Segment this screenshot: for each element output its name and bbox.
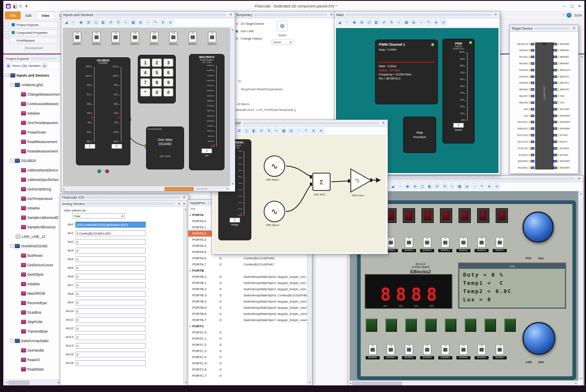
close-icon[interactable]: ✕	[577, 177, 581, 181]
chip-pin[interactable]: VSS	[510, 114, 534, 117]
pwm-slider-value[interactable]: 0	[453, 123, 464, 128]
scroll-right-icon[interactable]: ►	[574, 381, 578, 385]
chip-pin[interactable]: RC0/T1CKI	[510, 134, 534, 137]
tree-expand-icon[interactable]	[16, 291, 20, 295]
tree-item[interactable]: OneTimeMeasurem	[5, 118, 61, 127]
tree-item[interactable]: − SwitchArraySlider	[5, 336, 61, 345]
toolbar-icon[interactable]: ◧	[100, 19, 106, 26]
ds18b20-component[interactable]: DS18B20 DS18B20 131.0107.884.561.338.014…	[76, 57, 130, 165]
switch-lever[interactable]	[461, 348, 465, 352]
toolbar-icon[interactable]: ✎	[479, 183, 485, 190]
map-function-component[interactable]: Map Function	[403, 117, 436, 153]
green-push-button[interactable]	[385, 319, 397, 332]
chip-pin[interactable]: RA4/AN4	[510, 75, 534, 78]
chip-pin[interactable]: RD4/PSP4	[553, 127, 577, 130]
toggle-switch[interactable]: ON SPORTB.1	[384, 344, 398, 359]
chip-pin[interactable]: RC7/RX	[553, 134, 577, 137]
toggle-switch[interactable]: ON SPORTA.3	[420, 237, 434, 252]
chip-pin[interactable]: RD5/PSP5	[553, 121, 577, 124]
digital-pin-row[interactable]: ▾ PORTC	[188, 323, 312, 329]
tree-item[interactable]: GetSerialString	[5, 184, 61, 194]
toolbar-icon[interactable]: ⊖	[440, 19, 447, 26]
digital-pin-row[interactable]: PORTB.1 0 SwitchArraySliderSpin1; keypad…	[188, 280, 312, 286]
explorer-extra-icon[interactable]: ▤	[42, 63, 47, 68]
toolbar-icon[interactable]: ◢	[336, 19, 343, 26]
analog-value-input[interactable]: 0	[76, 326, 146, 331]
titlebar-icon[interactable]: ↻	[19, 4, 22, 9]
tree-item[interactable]: GetHandle	[5, 345, 61, 355]
chip-pin[interactable]: RA6/OSC2	[510, 127, 534, 130]
toggle-switch[interactable]: ON SPORTB.2	[402, 344, 416, 359]
toolbar-icon[interactable]: ◍	[288, 128, 294, 134]
macro-label[interactable]: Macro	[12, 64, 21, 68]
close-icon[interactable]: ✕	[182, 202, 187, 206]
green-push-button[interactable]	[366, 319, 377, 332]
digital-pin-row[interactable]: PORTB.3 0 SwitchArraySliderSpin3; Combo(…	[188, 292, 312, 298]
chip-pin[interactable]: RB3/CCP2	[553, 68, 577, 71]
tree-item[interactable]: GetIDByte	[5, 270, 61, 279]
tree-expand-icon[interactable]	[16, 329, 20, 333]
tree-item[interactable]: Initialise	[5, 279, 61, 289]
tree-expand-icon[interactable]	[16, 187, 20, 191]
close-icon[interactable]: ✕	[381, 121, 386, 125]
tree-item[interactable]: Initialise	[5, 203, 61, 213]
tree-expand-icon[interactable]	[16, 92, 20, 96]
toolbar-icon[interactable]: ∿	[273, 128, 279, 134]
switch-lever[interactable]	[480, 348, 484, 352]
bh1750-component[interactable]: BH1750FVI AmbientLight1 (I2C CH1) 65535.…	[189, 54, 224, 170]
tree-expand-icon[interactable]	[16, 310, 20, 314]
tree-item[interactable]: GetDeviceCount	[5, 260, 61, 270]
green-push-button[interactable]	[504, 319, 516, 332]
toolbar-icon[interactable]: ∿	[396, 19, 402, 26]
tree-item[interactable]: AddressSpecificDev	[5, 175, 61, 184]
toolbar-icon[interactable]: ⊞	[412, 183, 418, 190]
switch-lever[interactable]	[389, 241, 393, 244]
tree-item[interactable]: ReceiveByte	[5, 298, 61, 307]
toolbar-icon[interactable]: ✎	[303, 128, 309, 134]
scrollbar-thumb[interactable]	[165, 187, 194, 191]
tree-item[interactable]: BusReset	[5, 251, 61, 260]
pot-knob[interactable]	[522, 211, 554, 243]
close-icon[interactable]: ✕	[182, 195, 187, 199]
chip-pin[interactable]: RB5/KBI1	[553, 56, 577, 59]
close-icon[interactable]: ✕	[329, 13, 334, 16]
dac-slider-groove[interactable]	[243, 150, 245, 216]
toolbar-icon[interactable]: ⊞	[85, 19, 92, 26]
toggle-switch[interactable]: ON SPORTB.5	[456, 344, 470, 359]
inputs-vertical-scrollbar[interactable]: ▲ ▼	[230, 28, 235, 186]
tree-expand-icon[interactable]	[16, 140, 20, 143]
green-push-button[interactable]	[445, 319, 456, 332]
tree-expand-icon[interactable]	[11, 235, 14, 238]
analog-value-input[interactable]: 0	[76, 265, 146, 271]
tree-item[interactable]: LINK_LINE_13	[5, 232, 61, 241]
ribbon-button[interactable]: Find/Replace	[10, 37, 58, 44]
toolbar-icon[interactable]: ⇄	[381, 19, 387, 26]
tree-expand-icon[interactable]	[16, 301, 20, 305]
tree-expand-icon[interactable]	[16, 121, 20, 124]
toolbar-icon[interactable]: ✎	[152, 19, 158, 26]
inputs-horizontal-scrollbar[interactable]: ◄ LeverEmb ►	[61, 186, 230, 191]
lux-slider-groove[interactable]	[215, 65, 217, 147]
style-button[interactable]: Style	[574, 13, 582, 17]
toolbar-icon[interactable]: ⇄	[108, 19, 114, 26]
tree-expand-icon[interactable]	[16, 348, 20, 352]
tree-item[interactable]: SkipROM	[5, 317, 61, 326]
digital-pin-row[interactable]: PORTC.7 0	[188, 373, 312, 379]
digital-pin-row[interactable]: PORTC.5 0	[188, 360, 312, 366]
toolbar-icon[interactable]: +	[71, 19, 77, 26]
chip-pin[interactable]: RC3/SCK	[510, 153, 534, 156]
keypad-component[interactable]: 123456789*0#	[138, 55, 176, 103]
switch-lever[interactable]	[425, 241, 429, 244]
scroll-up-icon[interactable]: ▲	[580, 54, 584, 59]
slider-marker[interactable]	[91, 116, 93, 119]
tree-expand-icon[interactable]: −	[10, 339, 14, 343]
digital-pin-row[interactable]: PORTB.6 0 SwitchArraySliderSpin6; keypad…	[188, 311, 312, 317]
view-values-dropdown[interactable]: Raw ▾	[73, 213, 125, 219]
toolbar-icon[interactable]: ◍	[137, 19, 144, 26]
chip-pin[interactable]: RA1/AN1	[510, 56, 534, 59]
toolbar-icon[interactable]: ✎	[425, 19, 432, 26]
variables-icon[interactable]: {X}	[22, 64, 27, 68]
scroll-right-icon[interactable]: ►	[226, 187, 230, 191]
digital-pin-row[interactable]: PORTC.1 0	[188, 336, 312, 342]
dac-value[interactable]: 0	[229, 218, 240, 223]
